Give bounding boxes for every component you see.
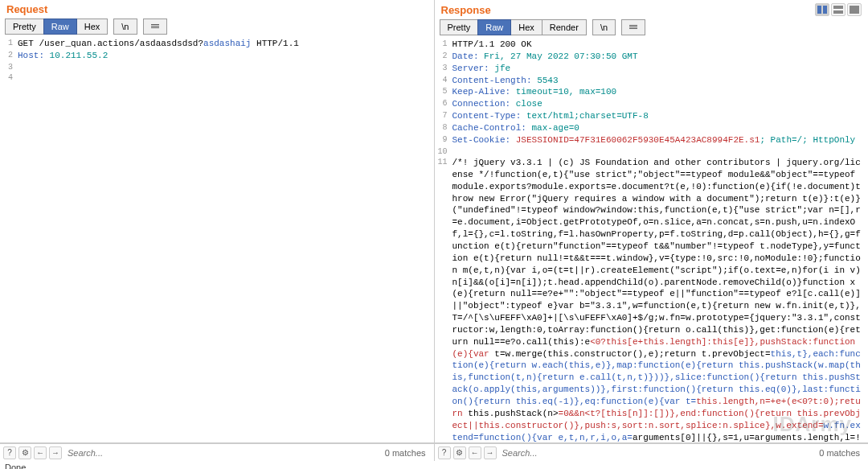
- request-title: Request: [6, 3, 47, 15]
- code-text[interactable]: Connection: close: [452, 98, 869, 110]
- line-number: 5: [435, 86, 452, 98]
- request-match-count: 0 matches: [385, 448, 431, 458]
- request-content[interactable]: 1GET /user_quan.actions/asdaasdsdsd?asda…: [0, 38, 434, 442]
- line-number: 3: [435, 63, 452, 75]
- svg-rect-0: [817, 6, 821, 14]
- line-number: 11: [435, 157, 452, 442]
- request-tab-hex[interactable]: Hex: [76, 19, 108, 35]
- code-line: 1HTTP/1.1 200 OK: [435, 39, 869, 51]
- code-text[interactable]: Cache-Control: max-age=0: [452, 122, 869, 134]
- response-title: Response: [441, 4, 491, 16]
- code-text[interactable]: [18, 62, 434, 73]
- code-line: 10: [435, 146, 869, 158]
- request-menu-button[interactable]: [143, 19, 167, 35]
- line-number: 7: [435, 110, 452, 122]
- response-search-bar: ? ⚙ ← → 0 matches: [435, 444, 869, 461]
- code-line: 9Set-Cookie: JSESSIONID=47F31E60062F5930…: [435, 134, 869, 146]
- layout-split-vertical-icon[interactable]: [815, 3, 829, 16]
- response-toolbar: Pretty Raw Hex Render \n: [435, 18, 869, 39]
- code-text[interactable]: Content-Length: 5543: [452, 75, 869, 87]
- line-number: 1: [435, 39, 452, 51]
- help-icon[interactable]: ?: [438, 446, 451, 459]
- code-line: 11/*! jQuery v3.3.1 | (c) JS Foundation …: [435, 157, 869, 442]
- code-line: 3Server: jfe: [435, 63, 869, 75]
- response-tab-render[interactable]: Render: [542, 19, 587, 35]
- code-text[interactable]: /*! jQuery v3.3.1 | (c) JS Foundation an…: [452, 157, 869, 442]
- line-number: 3: [0, 62, 18, 73]
- line-number: 4: [435, 75, 452, 87]
- request-toolbar: Pretty Raw Hex \n: [0, 17, 434, 38]
- prev-match-icon[interactable]: ←: [469, 446, 481, 459]
- code-text[interactable]: Server: jfe: [452, 63, 869, 75]
- response-search-input[interactable]: [499, 446, 817, 459]
- code-line: 8Cache-Control: max-age=0: [435, 122, 869, 134]
- code-line: 2Date: Fri, 27 May 2022 07:30:50 GMT: [435, 51, 869, 63]
- code-line: 5Keep-Alive: timeout=10, max=100: [435, 86, 869, 98]
- gear-icon[interactable]: ⚙: [18, 446, 31, 459]
- code-line: 4: [0, 72, 434, 84]
- line-number: 1: [0, 38, 18, 50]
- request-panel: Request Pretty Raw Hex \n 1GET /user_qua…: [0, 0, 435, 442]
- svg-rect-4: [850, 6, 859, 14]
- line-number: 2: [0, 50, 18, 62]
- next-match-icon[interactable]: →: [49, 446, 62, 459]
- request-search-bar: ? ⚙ ← → 0 matches: [0, 444, 435, 461]
- line-number: 10: [435, 146, 452, 158]
- code-text[interactable]: [18, 72, 434, 84]
- line-number: 8: [435, 122, 452, 134]
- next-match-icon[interactable]: →: [484, 446, 497, 459]
- code-line: 7Content-Type: text/html;charset=UTF-8: [435, 110, 869, 122]
- response-tab-raw[interactable]: Raw: [477, 19, 511, 35]
- code-text[interactable]: GET /user_quan.actions/asdaasdsdsd?asdas…: [18, 38, 434, 50]
- code-line: 2Host: 10.211.55.2: [0, 50, 434, 62]
- code-text[interactable]: HTTP/1.1 200 OK: [452, 39, 869, 51]
- response-menu-button[interactable]: [621, 19, 645, 35]
- response-content[interactable]: 1HTTP/1.1 200 OK2Date: Fri, 27 May 2022 …: [435, 39, 869, 442]
- code-line: 1GET /user_quan.actions/asdaasdsdsd?asda…: [0, 38, 434, 50]
- layout-split-horizontal-icon[interactable]: [831, 3, 845, 16]
- request-tab-raw[interactable]: Raw: [43, 19, 77, 35]
- code-text[interactable]: Set-Cookie: JSESSIONID=47F31E60062F5930E…: [452, 134, 869, 146]
- code-text[interactable]: Host: 10.211.55.2: [18, 50, 434, 62]
- line-number: 4: [0, 72, 18, 84]
- response-match-count: 0 matches: [819, 448, 865, 458]
- request-search-input[interactable]: [64, 446, 383, 459]
- svg-rect-3: [833, 10, 843, 14]
- response-tab-pretty[interactable]: Pretty: [440, 19, 479, 35]
- line-number: 2: [435, 51, 452, 63]
- gear-icon[interactable]: ⚙: [453, 446, 466, 459]
- response-tab-hex[interactable]: Hex: [510, 19, 542, 35]
- svg-rect-2: [833, 6, 843, 9]
- request-tab-pretty[interactable]: Pretty: [5, 19, 44, 35]
- code-text[interactable]: [452, 146, 869, 158]
- prev-match-icon[interactable]: ←: [34, 446, 47, 459]
- layout-single-icon[interactable]: [847, 3, 862, 16]
- code-line: 3: [0, 62, 434, 73]
- code-line: 6Connection: close: [435, 98, 869, 110]
- line-number: 6: [435, 98, 452, 110]
- code-text[interactable]: Date: Fri, 27 May 2022 07:30:50 GMT: [452, 51, 869, 63]
- response-panel: Response Pretty Raw Hex Render \n 1HTTP/…: [435, 0, 869, 442]
- svg-rect-1: [823, 6, 827, 14]
- code-text[interactable]: Keep-Alive: timeout=10, max=100: [452, 86, 869, 98]
- help-icon[interactable]: ?: [3, 446, 16, 459]
- request-newline-toggle[interactable]: \n: [113, 19, 137, 35]
- code-text[interactable]: Content-Type: text/html;charset=UTF-8: [452, 110, 869, 122]
- line-number: 9: [435, 134, 452, 146]
- status-bar: Done: [0, 461, 868, 469]
- code-line: 4Content-Length: 5543: [435, 75, 869, 87]
- response-newline-toggle[interactable]: \n: [592, 19, 616, 35]
